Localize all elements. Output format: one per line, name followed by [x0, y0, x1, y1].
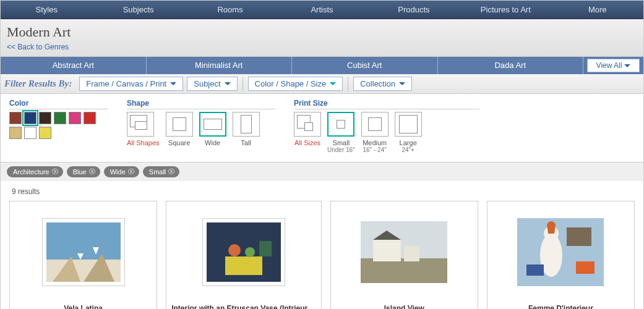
swatch-blue[interactable] [24, 112, 36, 124]
nav-rooms[interactable]: Rooms [184, 5, 276, 14]
size-large[interactable]: Large24"+ [395, 112, 422, 153]
shape-tall[interactable]: Tall [233, 112, 260, 146]
chip-architecture[interactable]: Architectureⓧ [7, 166, 63, 177]
subnav-cubist[interactable]: Cubist Art [292, 57, 438, 74]
product-card[interactable]: Femme D'interieur Artist: Moutarde Paper… [487, 201, 635, 309]
filter-collection[interactable]: Collection [353, 77, 412, 91]
close-icon: ⓧ [89, 167, 95, 176]
divider [243, 77, 243, 91]
svg-point-8 [228, 244, 241, 256]
filter-panel: Color Shape All Shapes Square Wide Tall [1, 94, 643, 163]
nav-products[interactable]: Products [368, 5, 460, 14]
size-filter: Print Size All Sizes SmallUnder 16" Medi… [294, 99, 479, 153]
product-card[interactable]: Island View Artist: Zhen-Huan Lu Paper S… [330, 201, 478, 309]
results: 9 results Vela Latina Artist: Didier Lou… [1, 181, 643, 309]
close-icon: ⓧ [128, 167, 134, 176]
color-heading: Color [9, 99, 108, 109]
color-filter: Color [9, 99, 108, 153]
filter-color-shape-size[interactable]: Color / Shape / Size [248, 77, 343, 91]
chevron-down-icon [624, 64, 630, 67]
svg-rect-12 [361, 258, 447, 283]
chevron-down-icon [225, 82, 231, 85]
svg-rect-10 [259, 241, 272, 256]
nav-styles[interactable]: Styles [1, 5, 92, 14]
size-medium[interactable]: Medium16" - 24" [361, 112, 389, 153]
product-card[interactable]: Vela Latina Artist: Didier Lourenco Pape… [9, 201, 157, 309]
shape-square[interactable]: Square [166, 112, 193, 146]
product-title: Interior with an Etruscan Vase (Intrieur… [171, 304, 316, 309]
swatch-pink[interactable] [69, 112, 81, 124]
subnav-dada[interactable]: Dada Art [438, 57, 584, 74]
nav-pictures-to-art[interactable]: Pictures to Art [460, 5, 551, 14]
shape-heading: Shape [127, 99, 275, 109]
nav-artists[interactable]: Artists [276, 5, 367, 14]
chevron-down-icon [170, 82, 176, 85]
shape-wide[interactable]: Wide [199, 112, 226, 146]
nav-more[interactable]: More [552, 5, 643, 14]
shape-filter: Shape All Shapes Square Wide Tall [127, 99, 275, 153]
sub-nav: Abstract Art Minimalist Art Cubist Art D… [1, 57, 643, 74]
product-card[interactable]: Interior with an Etruscan Vase (Intrieur… [166, 201, 321, 309]
product-thumb [336, 209, 473, 295]
svg-rect-20 [576, 261, 595, 274]
chip-blue[interactable]: Blueⓧ [67, 166, 100, 177]
size-heading: Print Size [294, 99, 479, 109]
close-icon: ⓧ [168, 167, 174, 176]
product-thumb [492, 209, 629, 295]
size-small[interactable]: SmallUnder 16" [327, 112, 355, 153]
svg-point-9 [245, 247, 255, 257]
svg-rect-13 [373, 240, 401, 261]
filter-row: Filter Results By: Frame / Canvas / Prin… [1, 74, 643, 94]
subnav-abstract[interactable]: Abstract Art [1, 57, 147, 74]
swatch-dark-brown[interactable] [39, 112, 51, 124]
svg-rect-21 [526, 265, 544, 276]
chevron-down-icon [330, 82, 336, 85]
results-count: 9 results [12, 187, 635, 196]
swatch-green[interactable] [54, 112, 66, 124]
swatch-tan[interactable] [9, 127, 22, 139]
product-thumb [15, 209, 152, 295]
title-bar: Modern Art << Back to Genres [1, 19, 643, 57]
product-grid: Vela Latina Artist: Didier Lourenco Pape… [9, 201, 635, 309]
top-nav: Styles Subjects Rooms Artists Products P… [1, 1, 643, 19]
swatch-yellow[interactable] [39, 127, 51, 139]
chip-small[interactable]: Smallⓧ [143, 166, 180, 177]
active-filters: Architectureⓧ Blueⓧ Wideⓧ Smallⓧ [1, 163, 643, 181]
swatch-white[interactable] [24, 127, 36, 139]
svg-rect-17 [567, 227, 591, 246]
swatch-brown[interactable] [9, 112, 22, 124]
filter-frame-canvas-print[interactable]: Frame / Canvas / Print [79, 77, 183, 91]
divider [348, 77, 348, 91]
svg-rect-7 [225, 256, 262, 275]
subnav-minimalist[interactable]: Minimalist Art [147, 57, 293, 74]
view-all-button[interactable]: View All [587, 59, 640, 72]
product-title: Femme D'interieur [492, 304, 629, 309]
page-title: Modern Art [7, 24, 643, 40]
chip-wide[interactable]: Wideⓧ [104, 166, 139, 177]
product-title: Island View [336, 304, 473, 309]
size-all[interactable]: All Sizes [294, 112, 321, 153]
back-to-genres-link[interactable]: << Back to Genres [7, 43, 69, 51]
swatch-red[interactable] [84, 112, 96, 124]
product-thumb [171, 209, 316, 295]
nav-subjects[interactable]: Subjects [92, 5, 184, 14]
close-icon: ⓧ [52, 167, 58, 176]
product-title: Vela Latina [15, 304, 152, 309]
color-swatches [9, 112, 108, 139]
filter-results-label: Filter Results By: [4, 78, 72, 89]
svg-rect-15 [404, 246, 419, 261]
shape-all[interactable]: All Shapes [127, 112, 160, 146]
view-all-label: View All [596, 59, 622, 72]
svg-rect-0 [46, 222, 121, 260]
filter-subject[interactable]: Subject [187, 77, 237, 91]
chevron-down-icon [399, 82, 405, 85]
